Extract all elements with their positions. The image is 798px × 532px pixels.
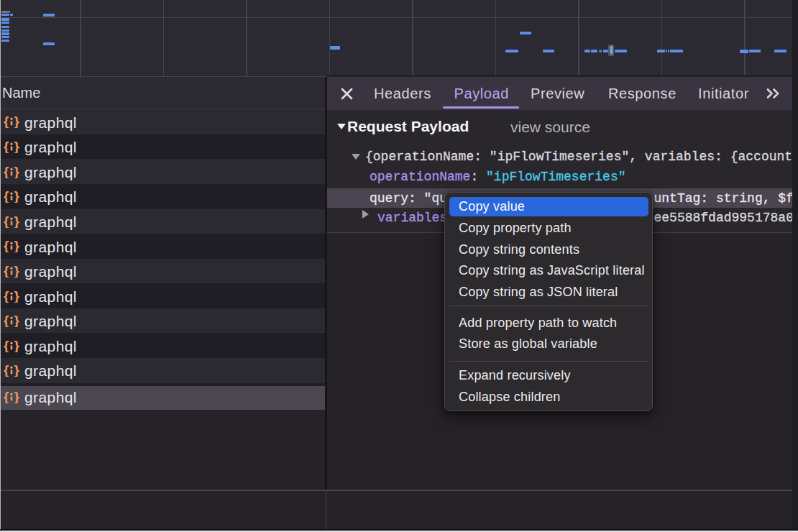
svg-text:}: }	[14, 140, 20, 153]
svg-text:{: {	[4, 190, 9, 203]
svg-text:}: }	[14, 190, 20, 203]
svg-text:}: }	[14, 364, 20, 377]
svg-text:}: }	[14, 314, 20, 327]
svg-text:{: {	[4, 364, 9, 377]
svg-text:}: }	[14, 290, 20, 303]
svg-text:{: {	[4, 165, 9, 178]
svg-text:}: }	[14, 339, 20, 352]
svg-text:}: }	[14, 265, 20, 278]
svg-text:{: {	[4, 140, 9, 153]
svg-text:{: {	[4, 265, 9, 278]
svg-text:}: }	[14, 390, 20, 403]
svg-text:}: }	[14, 165, 20, 178]
svg-text:{: {	[4, 290, 9, 303]
svg-text:}: }	[14, 215, 20, 228]
svg-text:{: {	[4, 314, 9, 327]
svg-text:}: }	[14, 115, 20, 128]
svg-text:{: {	[4, 390, 9, 403]
svg-text:{: {	[4, 215, 9, 228]
svg-text:{: {	[4, 115, 9, 128]
svg-text:}: }	[14, 239, 20, 252]
svg-text:{: {	[4, 239, 9, 252]
svg-text:{: {	[4, 339, 9, 352]
